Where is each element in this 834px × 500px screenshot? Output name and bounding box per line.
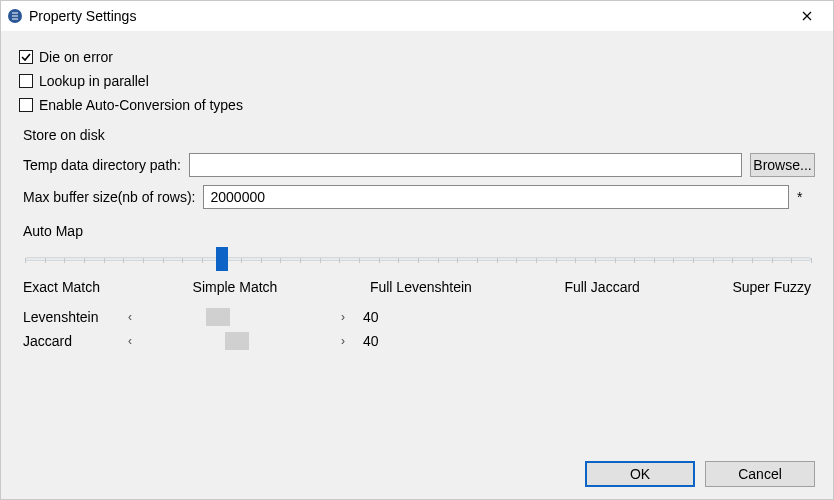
scale-label: Simple Match — [193, 279, 278, 295]
chevron-left-icon[interactable]: ‹ — [124, 334, 136, 348]
scale-label: Full Levenshtein — [370, 279, 472, 295]
checkbox-label: Lookup in parallel — [39, 73, 149, 89]
property-settings-dialog: Property Settings Die on error Lookup in… — [0, 0, 834, 500]
max-buffer-label: Max buffer size(nb of rows): — [23, 189, 195, 205]
auto-map-label: Auto Map — [19, 223, 815, 239]
titlebar: Property Settings — [1, 1, 833, 31]
max-buffer-input[interactable] — [203, 185, 789, 209]
slider-thumb[interactable] — [216, 247, 228, 271]
client-area: Die on error Lookup in parallel Enable A… — [1, 31, 833, 499]
checkbox-label: Die on error — [39, 49, 113, 65]
temp-path-input[interactable] — [189, 153, 742, 177]
scale-label: Full Jaccard — [564, 279, 639, 295]
max-buffer-row: Max buffer size(nb of rows): * — [19, 185, 815, 209]
auto-map-slider[interactable] — [25, 247, 811, 271]
temp-path-row: Temp data directory path: Browse... — [19, 153, 815, 177]
app-icon — [7, 8, 23, 24]
slider-thumb[interactable] — [225, 332, 249, 350]
scale-label: Super Fuzzy — [732, 279, 811, 295]
die-on-error-checkbox[interactable]: Die on error — [19, 49, 815, 65]
param-slider[interactable]: ‹› — [124, 307, 349, 327]
store-on-disk-label: Store on disk — [19, 127, 815, 143]
lookup-parallel-checkbox[interactable]: Lookup in parallel — [19, 73, 815, 89]
cancel-button[interactable]: Cancel — [705, 461, 815, 487]
param-value: 40 — [363, 333, 403, 349]
param-row: Levenshtein‹›40 — [19, 305, 815, 329]
checkbox-icon — [19, 98, 33, 112]
dialog-buttons: OK Cancel — [585, 461, 815, 487]
temp-path-label: Temp data directory path: — [23, 157, 181, 173]
param-value: 40 — [363, 309, 403, 325]
browse-button[interactable]: Browse... — [750, 153, 815, 177]
chevron-right-icon[interactable]: › — [337, 334, 349, 348]
required-marker: * — [797, 189, 815, 205]
param-name: Jaccard — [23, 333, 118, 349]
slider-thumb[interactable] — [206, 308, 230, 326]
param-row: Jaccard‹›40 — [19, 329, 815, 353]
param-slider[interactable]: ‹› — [124, 331, 349, 351]
checkbox-label: Enable Auto-Conversion of types — [39, 97, 243, 113]
checkbox-icon — [19, 50, 33, 64]
chevron-left-icon[interactable]: ‹ — [124, 310, 136, 324]
close-button[interactable] — [787, 1, 827, 31]
auto-conversion-checkbox[interactable]: Enable Auto-Conversion of types — [19, 97, 815, 113]
window-title: Property Settings — [29, 8, 136, 24]
ok-button[interactable]: OK — [585, 461, 695, 487]
param-name: Levenshtein — [23, 309, 118, 325]
chevron-right-icon[interactable]: › — [337, 310, 349, 324]
checkbox-icon — [19, 74, 33, 88]
auto-map-scale-labels: Exact MatchSimple MatchFull LevenshteinF… — [19, 279, 815, 305]
scale-label: Exact Match — [23, 279, 100, 295]
